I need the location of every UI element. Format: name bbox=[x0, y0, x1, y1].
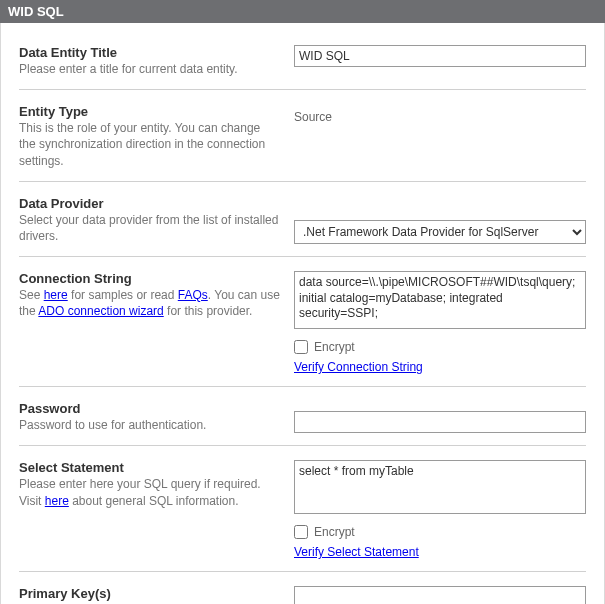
connection-string-encrypt-label: Encrypt bbox=[314, 340, 355, 354]
section-primary-keys: Primary Key(s) Please enter primary key … bbox=[19, 582, 586, 604]
data-entity-title-label: Data Entity Title bbox=[19, 45, 280, 60]
password-label: Password bbox=[19, 401, 280, 416]
entity-type-value: Source bbox=[294, 106, 586, 128]
data-provider-desc: Select your data provider from the list … bbox=[19, 212, 280, 244]
connection-string-encrypt-checkbox[interactable] bbox=[294, 340, 308, 354]
verify-select-statement-link[interactable]: Verify Select Statement bbox=[294, 545, 419, 559]
select-statement-desc: Please enter here your SQL query if requ… bbox=[19, 476, 280, 508]
select-statement-label: Select Statement bbox=[19, 460, 280, 475]
select-statement-encrypt-label: Encrypt bbox=[314, 525, 355, 539]
verify-connection-string-link[interactable]: Verify Connection String bbox=[294, 360, 423, 374]
password-input[interactable] bbox=[294, 411, 586, 433]
window-titlebar: WID SQL bbox=[0, 0, 605, 23]
primary-keys-input[interactable] bbox=[294, 586, 586, 604]
connection-string-wizard-link[interactable]: ADO connection wizard bbox=[38, 304, 163, 318]
primary-keys-label: Primary Key(s) bbox=[19, 586, 280, 601]
connection-string-desc: See here for samples or read FAQs. You c… bbox=[19, 287, 280, 319]
connection-string-label: Connection String bbox=[19, 271, 280, 286]
window-title: WID SQL bbox=[8, 4, 64, 19]
section-select-statement: Select Statement Please enter here your … bbox=[19, 456, 586, 572]
entity-type-label: Entity Type bbox=[19, 104, 280, 119]
section-connection-string: Connection String See here for samples o… bbox=[19, 267, 586, 387]
password-desc: Password to use for authentication. bbox=[19, 417, 280, 433]
select-statement-here-link[interactable]: here bbox=[45, 494, 69, 508]
content-panel: Data Entity Title Please enter a title f… bbox=[0, 23, 605, 604]
data-entity-title-input[interactable] bbox=[294, 45, 586, 67]
data-entity-title-desc: Please enter a title for current data en… bbox=[19, 61, 280, 77]
data-provider-label: Data Provider bbox=[19, 196, 280, 211]
section-data-entity-title: Data Entity Title Please enter a title f… bbox=[19, 41, 586, 90]
select-statement-input[interactable]: select * from myTable bbox=[294, 460, 586, 514]
section-data-provider: Data Provider Select your data provider … bbox=[19, 192, 586, 257]
connection-string-input[interactable]: data source=\\.\pipe\MICROSOFT##WID\tsql… bbox=[294, 271, 586, 329]
select-statement-encrypt-checkbox[interactable] bbox=[294, 525, 308, 539]
section-entity-type: Entity Type This is the role of your ent… bbox=[19, 100, 586, 182]
connection-string-faqs-link[interactable]: FAQs bbox=[178, 288, 208, 302]
connection-string-here-link[interactable]: here bbox=[44, 288, 68, 302]
entity-type-desc: This is the role of your entity. You can… bbox=[19, 120, 280, 169]
section-password: Password Password to use for authenticat… bbox=[19, 397, 586, 446]
data-provider-select[interactable]: .Net Framework Data Provider for SqlServ… bbox=[294, 220, 586, 244]
